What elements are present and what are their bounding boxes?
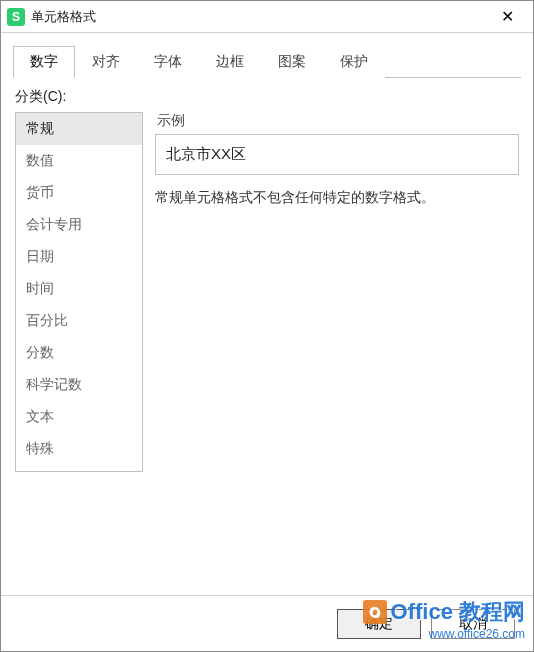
content-area: 分类(C): 常规 数值 货币 会计专用 日期 时间 百分比 分数 科学记数 文… [1,78,533,482]
tab-protection[interactable]: 保护 [323,46,385,78]
list-item-custom[interactable]: 自定义 [16,465,142,472]
list-item-accounting[interactable]: 会计专用 [16,209,142,241]
tab-alignment[interactable]: 对齐 [75,46,137,78]
list-item-date[interactable]: 日期 [16,241,142,273]
list-item-currency[interactable]: 货币 [16,177,142,209]
list-item-percentage[interactable]: 百分比 [16,305,142,337]
category-label: 分类(C): [15,88,519,106]
sample-label: 示例 [157,112,519,130]
sample-box: 北京市XX区 [155,134,519,175]
titlebar: S 单元格格式 ✕ [1,1,533,33]
right-pane: 示例 北京市XX区 常规单元格格式不包含任何特定的数字格式。 [155,112,519,472]
close-button[interactable]: ✕ [487,2,527,32]
list-item-scientific[interactable]: 科学记数 [16,369,142,401]
app-icon: S [7,8,25,26]
tab-font[interactable]: 字体 [137,46,199,78]
list-item-time[interactable]: 时间 [16,273,142,305]
list-item-text[interactable]: 文本 [16,401,142,433]
ok-button[interactable]: 确定 [337,609,421,639]
close-icon: ✕ [501,7,514,26]
category-listbox[interactable]: 常规 数值 货币 会计专用 日期 时间 百分比 分数 科学记数 文本 特殊 自定… [15,112,143,472]
list-item-general[interactable]: 常规 [16,113,142,145]
list-item-special[interactable]: 特殊 [16,433,142,465]
footer: 确定 取消 [1,595,533,651]
description-text: 常规单元格格式不包含任何特定的数字格式。 [155,189,519,207]
list-item-fraction[interactable]: 分数 [16,337,142,369]
list-item-number[interactable]: 数值 [16,145,142,177]
tab-pattern[interactable]: 图案 [261,46,323,78]
window-title: 单元格格式 [31,8,487,26]
tab-number[interactable]: 数字 [13,46,75,78]
tab-border[interactable]: 边框 [199,46,261,78]
tab-bar: 数字 对齐 字体 边框 图案 保护 [13,45,521,78]
cancel-button[interactable]: 取消 [431,609,515,639]
